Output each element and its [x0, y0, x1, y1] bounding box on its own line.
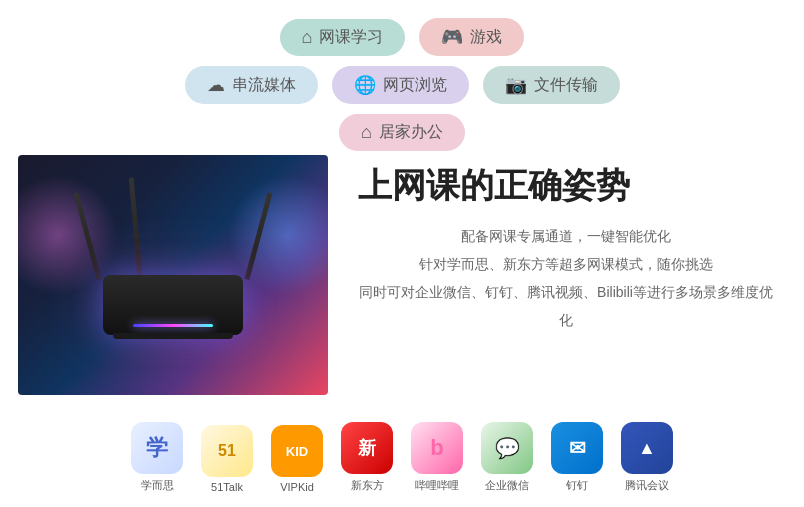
- tag-file-transfer[interactable]: 📷 文件传输: [483, 66, 620, 104]
- app-label-xdf: 新东方: [351, 478, 384, 493]
- text-section: 上网课的正确姿势 配备网课专属通道，一键智能优化 针对学而思、新东方等超多网课模…: [328, 155, 804, 334]
- desc-line-2: 针对学而思、新东方等超多网课模式，随你挑选: [358, 250, 774, 278]
- tag-streaming[interactable]: ☁ 串流媒体: [185, 66, 318, 104]
- gaming-icon: 🎮: [441, 26, 463, 48]
- app-icon-xdf: 新: [341, 422, 393, 474]
- desc-line-3: 同时可对企业微信、钉钉、腾讯视频、Bilibili等进行多场景多维度优化: [358, 278, 774, 334]
- app-item-wechat-work[interactable]: 💬 企业微信: [481, 422, 533, 493]
- app-item-xdf[interactable]: 新 新东方: [341, 422, 393, 493]
- app-label-vipkid: VIPKid: [280, 481, 314, 493]
- app-item-xueersi[interactable]: 学 学而思: [131, 422, 183, 493]
- antenna-3: [244, 192, 272, 280]
- top-tags-section: ⌂ 网课学习 🎮 游戏 ☁ 串流媒体 🌐 网页浏览 📷 文件传输 ⌂ 居家办公: [0, 0, 804, 151]
- main-content: 上网课的正确姿势 配备网课专属通道，一键智能优化 针对学而思、新东方等超多网课模…: [0, 155, 804, 395]
- app-label-xueersi: 学而思: [141, 478, 174, 493]
- tag-home-office[interactable]: ⌂ 居家办公: [339, 114, 465, 151]
- browsing-icon: 🌐: [354, 74, 376, 96]
- tag-online-class-label: 网课学习: [319, 27, 383, 48]
- app-item-bilibili[interactable]: b 哔哩哔哩: [411, 422, 463, 493]
- app-item-tencent-meeting[interactable]: ▲ 腾讯会议: [621, 422, 673, 493]
- streaming-icon: ☁: [207, 74, 225, 96]
- online-class-icon: ⌂: [302, 27, 313, 48]
- home-office-icon: ⌂: [361, 122, 372, 143]
- tag-row-1: ⌂ 网课学习 🎮 游戏: [280, 18, 525, 56]
- tag-row-2: ☁ 串流媒体 🌐 网页浏览 📷 文件传输: [185, 66, 620, 104]
- description-text: 配备网课专属通道，一键智能优化 针对学而思、新东方等超多网课模式，随你挑选 同时…: [358, 222, 774, 334]
- router-led: [133, 324, 213, 327]
- tag-row-3: ⌂ 居家办公: [339, 114, 465, 151]
- app-icon-xueersi: 学: [131, 422, 183, 474]
- tag-home-office-label: 居家办公: [379, 122, 443, 143]
- tag-gaming[interactable]: 🎮 游戏: [419, 18, 524, 56]
- app-label-wechat-work: 企业微信: [485, 478, 529, 493]
- antenna-1: [73, 192, 101, 280]
- app-item-vipkid[interactable]: KID VIPKid: [271, 425, 323, 493]
- tag-browsing-label: 网页浏览: [383, 75, 447, 96]
- router-body: [103, 275, 243, 335]
- app-item-dingding[interactable]: ✉ 钉钉: [551, 422, 603, 493]
- app-label-51talk: 51Talk: [211, 481, 243, 493]
- file-transfer-icon: 📷: [505, 74, 527, 96]
- router-silhouette: [63, 185, 283, 365]
- app-item-51talk[interactable]: 51 51Talk: [201, 425, 253, 493]
- tag-gaming-label: 游戏: [470, 27, 502, 48]
- desc-line-1: 配备网课专属通道，一键智能优化: [358, 222, 774, 250]
- app-icon-51talk: 51: [201, 425, 253, 477]
- app-icon-tencent-meeting: ▲: [621, 422, 673, 474]
- tag-file-transfer-label: 文件传输: [534, 75, 598, 96]
- tag-browsing[interactable]: 🌐 网页浏览: [332, 66, 469, 104]
- tag-streaming-label: 串流媒体: [232, 75, 296, 96]
- app-icon-vipkid: KID: [271, 425, 323, 477]
- app-icon-bilibili: b: [411, 422, 463, 474]
- app-icons-row: 学 学而思 51 51Talk KID VIPKid 新 新东方 b 哔哩哔哩 …: [0, 422, 804, 493]
- app-label-tencent-meeting: 腾讯会议: [625, 478, 669, 493]
- main-title: 上网课的正确姿势: [358, 165, 774, 206]
- tag-online-class[interactable]: ⌂ 网课学习: [280, 19, 406, 56]
- app-label-bilibili: 哔哩哔哩: [415, 478, 459, 493]
- antenna-2: [129, 177, 143, 277]
- router-image: [18, 155, 328, 395]
- app-label-dingding: 钉钉: [566, 478, 588, 493]
- app-icon-dingding: ✉: [551, 422, 603, 474]
- app-icon-wechat-work: 💬: [481, 422, 533, 474]
